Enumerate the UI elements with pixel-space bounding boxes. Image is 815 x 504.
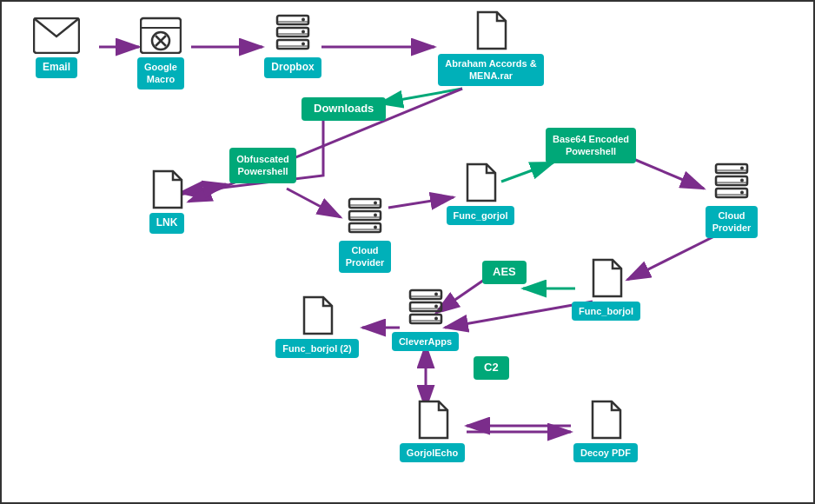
func-borjol2-file-icon	[301, 295, 334, 335]
cloud-provider2-server-icon	[713, 162, 750, 202]
email-label: Email	[36, 57, 77, 78]
clever-apps-node: CleverApps	[388, 288, 462, 351]
svg-line-7	[380, 89, 462, 103]
svg-point-35	[301, 30, 305, 34]
dropbox-node: Dropbox	[262, 14, 323, 78]
svg-point-43	[374, 202, 377, 205]
google-macro-node: GoogleMacro	[126, 14, 195, 90]
rar-file-node: Abraham Accords &MENA.rar	[434, 10, 547, 86]
cloud-provider1-server-icon	[347, 197, 383, 237]
base64-ps-node: Base64 EncodedPowershell	[539, 128, 643, 163]
svg-point-53	[740, 179, 744, 182]
rar-file-label: Abraham Accords &MENA.rar	[438, 54, 543, 86]
gorjol-echo-file-icon	[416, 400, 449, 440]
gorjol-echo-label: GorjolEcho	[400, 443, 465, 462]
lnk-label: LNK	[149, 213, 185, 234]
aes-label: AES	[482, 261, 527, 284]
email-node: Email	[17, 17, 96, 78]
downloads-node: Downloads	[301, 97, 386, 121]
c2-node: C2	[474, 356, 509, 380]
svg-point-63	[434, 317, 438, 321]
svg-point-44	[374, 214, 377, 217]
google-macro-label: GoogleMacro	[137, 57, 184, 90]
lnk-file-icon	[150, 169, 183, 209]
clever-apps-label: CleverApps	[392, 332, 459, 351]
func-borjol-src-node: Func_borjol	[565, 258, 647, 321]
aes-node: AES	[482, 261, 527, 284]
base64-ps-label: Base64 EncodedPowershell	[546, 128, 636, 163]
func-borjol-src-label: Func_borjol	[572, 302, 640, 321]
func-borjol2-node: Func_borjol (2)	[269, 295, 365, 358]
cloud-provider1-node: CloudProvider	[330, 197, 400, 273]
c2-label: C2	[474, 356, 509, 380]
func-borjol-src-file-icon	[590, 258, 623, 298]
svg-point-52	[740, 167, 744, 170]
svg-point-54	[740, 191, 744, 195]
svg-rect-23	[141, 18, 181, 53]
func-gorjol-node: Func_gorjol	[441, 162, 520, 225]
obfuscated-ps-node: ObfuscatedPowershell	[217, 148, 308, 183]
cloud-provider1-label: CloudProvider	[339, 241, 392, 273]
svg-point-36	[301, 43, 305, 46]
browser-icon	[140, 14, 182, 54]
rar-file-icon	[474, 10, 507, 50]
email-icon	[33, 17, 80, 54]
decoy-pdf-node: Decoy PDF	[567, 400, 645, 462]
downloads-label: Downloads	[301, 97, 386, 121]
decoy-pdf-file-icon	[589, 400, 622, 440]
decoy-pdf-label: Decoy PDF	[573, 443, 638, 462]
clever-apps-server-icon	[408, 288, 444, 328]
obfuscated-ps-label: ObfuscatedPowershell	[229, 148, 296, 183]
gorjol-echo-node: GorjolEcho	[391, 400, 474, 462]
func-gorjol-label: Func_gorjol	[447, 206, 515, 225]
svg-point-34	[301, 18, 305, 22]
cloud-provider2-label: CloudProvider	[706, 206, 759, 238]
dropbox-label: Dropbox	[264, 57, 321, 78]
func-gorjol-file-icon	[464, 162, 497, 202]
lnk-node: LNK	[136, 169, 197, 234]
diagram: Email GoogleMacro Dropbox	[0, 0, 815, 504]
svg-point-62	[434, 305, 438, 308]
svg-point-61	[434, 293, 438, 296]
dropbox-server-icon	[275, 14, 311, 54]
svg-point-45	[374, 226, 377, 229]
cloud-provider2-node: CloudProvider	[697, 162, 766, 238]
func-borjol2-label: Func_borjol (2)	[275, 339, 358, 358]
